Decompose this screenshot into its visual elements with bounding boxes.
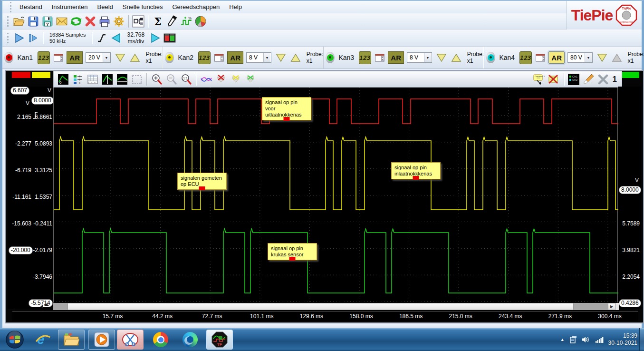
taskbar-edge-button[interactable] [177,330,203,350]
axis-limit-value[interactable]: 8.0000 [31,97,54,105]
measure-display-button[interactable]: 123 [519,51,531,64]
refresh-button[interactable] [69,14,83,29]
axis-tab-kan2[interactable] [32,72,50,78]
comment-note[interactable]: signalen gemeten op ECU [177,173,227,190]
action-center-icon[interactable] [569,336,577,343]
add-comment-button[interactable]: Comment Text [532,72,546,86]
scrollbar-track-left[interactable] [53,303,67,310]
scrollbar-track-right[interactable] [574,303,608,310]
plot-area[interactable]: signaal op pin voor uitlaatnokkenassigna… [53,88,618,302]
range-up-button[interactable] [612,52,622,63]
horizontal-cursor-button[interactable] [115,72,129,86]
range-down-button[interactable] [436,52,447,63]
channel-led-icon[interactable] [165,52,174,63]
taskbar-explorer-button[interactable] [58,330,85,350]
comment-note[interactable]: signaal op pin inlaatnokkkenas [391,162,441,179]
range-down-button[interactable] [597,52,607,63]
comment-anchor[interactable] [289,257,296,261]
statistics-pie-button[interactable] [193,14,208,29]
move-down-green-button[interactable] [243,72,257,86]
save-as-button[interactable]: ? [40,14,55,29]
start-button[interactable] [12,31,26,45]
horizontal-scrollbar[interactable]: ▶ [53,303,619,310]
measure-display-button[interactable]: 123 [359,51,371,64]
right-axis-panel[interactable]: V8.00005.75893.98212.20540.4286 [618,87,641,309]
save-button[interactable] [26,14,40,29]
range-down-button[interactable] [276,52,286,63]
print-button[interactable] [97,14,112,29]
pulse-generator-button[interactable]: % [179,14,193,29]
selection-button[interactable] [130,72,144,86]
range-select[interactable]: 20 V▼ [86,52,111,63]
chevron-down-icon[interactable]: ▼ [585,53,592,62]
zoom-reset-button[interactable]: 1:1 [179,72,193,86]
comment-note[interactable]: signaal op pin krukas sensor [268,243,317,260]
menu-snelle-functies[interactable]: Snelle functies [118,2,168,12]
chevron-down-icon[interactable]: ▼ [424,53,431,62]
taskbar-wmp-button[interactable] [88,330,115,350]
chevron-down-icon[interactable]: ▼ [263,53,270,62]
comment-anchor[interactable] [199,186,205,190]
axis-tab-kan1[interactable] [12,72,30,78]
menu-bestand[interactable]: Bestand [15,2,47,12]
range-select[interactable]: 8 V▼ [246,52,271,63]
comment-anchor[interactable] [284,117,290,121]
channel-window-button[interactable] [53,51,64,64]
vertical-cursor-button[interactable] [100,72,114,86]
taskbar-ie-button[interactable]: e [29,330,56,350]
trigger-level-icon[interactable] [33,110,38,120]
object-tree-button[interactable] [131,14,145,29]
zoom-out-button[interactable] [164,72,178,86]
taskbar-clock[interactable]: 15:39 30-10-2021 [608,332,637,347]
channel-led-icon[interactable] [486,52,495,63]
range-up-button[interactable] [451,52,461,63]
menu-gereedschappen[interactable]: Gereedschappen [167,2,224,12]
volume-icon[interactable] [582,336,590,343]
timebase-display[interactable]: 32.768 ms/div [127,31,144,45]
delete-button[interactable] [83,14,97,29]
paint-button[interactable] [582,72,596,86]
settings-button[interactable] [112,14,126,29]
show-desktop-button[interactable] [639,328,644,351]
menu-instrumenten[interactable]: Instrumenten [47,2,93,12]
network-icon[interactable] [595,336,604,343]
range-select[interactable]: 8 V▼ [407,52,432,63]
open-file-button[interactable] [12,14,26,29]
axis-limit-value[interactable]: 0.4286 [619,299,641,307]
one-shot-button[interactable] [26,31,40,45]
delete-comment-button[interactable] [547,72,561,86]
menu-beeld[interactable]: Beeld [93,2,118,12]
taskbar-tiepie-button[interactable]: TP [206,330,233,350]
data-table-button[interactable] [86,72,99,86]
timebase-slower-button[interactable] [109,31,123,45]
range-down-button[interactable] [115,52,125,63]
zoom-in-button[interactable] [150,72,163,86]
measure-display-button[interactable]: 123 [38,51,49,64]
start-button[interactable] [3,330,27,350]
axis-tab-kan3[interactable] [621,72,639,78]
meter-tool-button[interactable] [165,14,179,29]
taskbar-chrome-button[interactable] [147,330,174,350]
channel-list-button[interactable] [71,72,85,86]
comment-note[interactable]: signaal op pin voor uitlaatnokkenas [262,97,311,120]
auto-range-button[interactable]: AR [548,51,565,64]
auto-range-button[interactable]: AR [388,51,404,64]
comment-anchor[interactable] [413,176,419,180]
close-view-button[interactable] [596,72,610,86]
legend-button[interactable]: Ch1 Ch2 [567,72,581,86]
pan-handle-icon[interactable] [40,303,49,310]
email-button[interactable] [55,14,69,29]
auto-range-button[interactable]: AR [227,51,243,64]
left-axis-panel[interactable]: 6.607V2.165-2.277-6.719-11.161-15.603-20… [8,87,53,309]
timebase-faster-button[interactable] [148,31,163,45]
auto-range-button[interactable]: AR [67,51,83,64]
interpolation-button[interactable] [199,72,213,86]
channel-led-icon[interactable] [326,52,335,63]
menu-help[interactable]: Help [224,2,247,12]
sum-button[interactable]: Σ [151,14,165,29]
measure-display-button[interactable]: 123 [198,51,210,64]
axis-limit-value[interactable]: 8.0000 [619,186,641,194]
chevron-down-icon[interactable]: ▼ [103,53,110,62]
trigger-slope-button[interactable] [95,31,109,45]
axis-limit-value[interactable]: 6.607 [10,87,29,95]
